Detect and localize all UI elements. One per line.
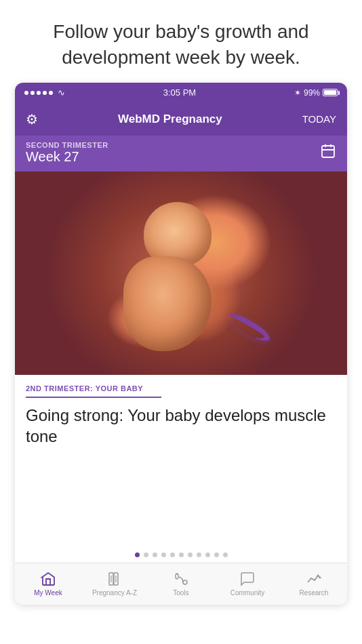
trimester-info: SECOND TRIMESTER Week 27 [26,141,108,165]
trimester-label: SECOND TRIMESTER [26,141,108,149]
book-icon [106,571,123,587]
svg-point-12 [317,575,319,577]
home-icon [40,571,56,587]
signal-dot-4 [43,91,47,95]
status-time: 3:05 PM [163,87,196,98]
chart-icon [306,571,322,587]
dot-8 [205,552,210,557]
phone-frame: ∿ 3:05 PM ✶ 99% ⚙ WebMD Pregnancy TODAY … [15,83,347,605]
dot-1 [144,552,148,557]
tab-my-week-label: My Week [34,589,62,597]
settings-icon[interactable]: ⚙ [26,111,38,127]
status-bar: ∿ 3:05 PM ✶ 99% [15,83,347,103]
tab-research[interactable]: Research [281,571,347,597]
page-indicator [15,546,347,563]
dot-3 [161,552,166,557]
card-title: Going strong: Your baby develops muscle … [26,405,336,447]
dot-4 [170,552,175,557]
battery-bar [323,89,338,96]
category-underline [26,397,161,398]
trimester-bar: SECOND TRIMESTER Week 27 [15,136,347,172]
stethoscope-icon [173,571,189,587]
nav-bar: ⚙ WebMD Pregnancy TODAY [15,103,347,136]
wifi-icon: ∿ [58,87,65,98]
card-image [15,172,347,375]
tab-bar: My Week Pregnancy A-Z Tools [15,563,347,605]
signal-dot-1 [24,91,28,95]
chat-icon [239,571,256,587]
card-body: 2ND TRIMESTER: YOUR BABY Going strong: Y… [15,375,347,546]
svg-point-11 [319,577,321,579]
signal-dot-3 [37,91,41,95]
today-button[interactable]: TODAY [302,113,336,125]
bluetooth-icon: ✶ [294,88,301,98]
tab-community[interactable]: Community [214,571,281,597]
status-right: ✶ 99% [294,88,338,98]
svg-point-8 [183,580,187,584]
tab-tools[interactable]: Tools [148,571,214,597]
tab-research-label: Research [300,589,329,597]
calendar-icon[interactable] [320,143,336,163]
signal-dot-2 [31,91,35,95]
signal-dot-5 [49,91,53,95]
tab-pregnancy-az[interactable]: Pregnancy A-Z [81,571,148,597]
tab-pregnancy-az-label: Pregnancy A-Z [92,589,137,597]
dot-9 [214,552,219,557]
card-category: 2ND TRIMESTER: YOUR BABY [26,384,336,393]
dot-0 [135,552,140,557]
dot-5 [179,552,184,557]
tab-my-week[interactable]: My Week [15,571,81,597]
tab-community-label: Community [230,589,265,597]
battery-fill [324,90,336,95]
svg-rect-0 [322,146,334,157]
dot-7 [197,552,201,557]
tab-tools-label: Tools [173,589,188,597]
trimester-week: Week 27 [26,149,108,165]
hero-text: Follow your baby's growth and developmen… [0,0,362,83]
article-card[interactable]: 2ND TRIMESTER: YOUR BABY Going strong: Y… [15,172,347,546]
battery-percent: 99% [304,88,320,98]
content-area: 2ND TRIMESTER: YOUR BABY Going strong: Y… [15,172,347,563]
status-left: ∿ [24,87,65,98]
dot-2 [153,552,157,557]
dot-10 [223,552,228,557]
app-title: WebMD Pregnancy [118,113,222,126]
dot-6 [188,552,193,557]
